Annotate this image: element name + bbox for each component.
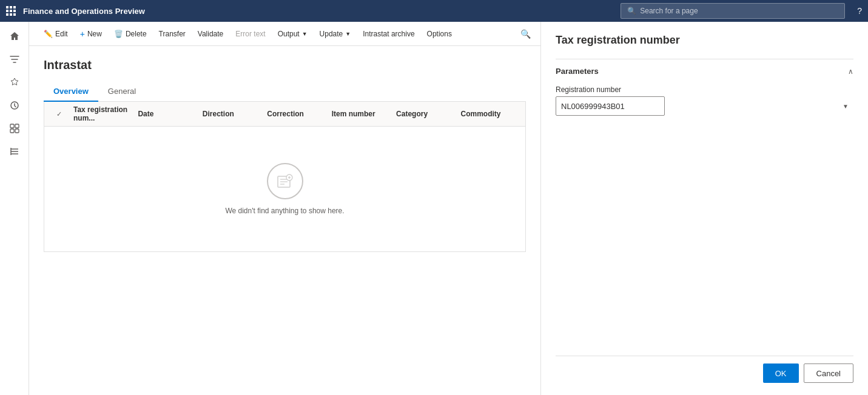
top-bar: Finance and Operations Preview 🔍 Search … [0,0,868,22]
recent-icon[interactable] [5,96,24,115]
table-header: ✓ Tax registration num... Date Direction… [44,102,525,127]
parameters-header: Parameters ∧ [556,67,853,76]
app-title: Finance and Operations Preview [23,7,613,16]
tabs: Overview General [44,82,526,102]
registration-number-field: Registration number NL006999943B01 ▼ [556,85,853,116]
col-direction: Direction [198,110,262,118]
empty-icon [267,163,303,199]
app-menu-icon[interactable] [6,6,16,16]
main-layout: ✏️ Edit + New 🗑️ Delete Transfer Validat… [0,22,868,395]
registration-number-select-wrapper: NL006999943B01 ▼ [556,96,853,116]
delete-button[interactable]: 🗑️ Delete [109,27,152,41]
data-table: ✓ Tax registration num... Date Direction… [44,102,526,252]
cancel-button[interactable]: Cancel [804,363,853,383]
home-icon[interactable] [5,27,24,46]
intrastat-archive-button[interactable]: Intrastat archive [358,27,419,41]
global-search[interactable]: 🔍 Search for a page [621,3,845,19]
panel-title: Tax registration number [556,34,853,47]
empty-message: We didn't find anything to show here. [225,207,344,215]
content-area: ✏️ Edit + New 🗑️ Delete Transfer Validat… [29,22,540,395]
output-chevron-icon: ▼ [302,31,308,37]
output-button[interactable]: Output ▼ [273,27,312,41]
delete-icon: 🗑️ [114,30,123,38]
registration-number-select[interactable]: NL006999943B01 [556,96,665,116]
select-all-check[interactable]: ✓ [49,110,69,118]
parameters-title: Parameters [556,67,599,76]
col-date: Date [133,110,197,118]
toolbar: ✏️ Edit + New 🗑️ Delete Transfer Validat… [29,22,540,46]
edit-button[interactable]: ✏️ Edit [39,27,73,41]
sidebar [0,22,29,395]
col-commodity: Commodity [456,110,520,118]
modules-icon[interactable] [5,142,24,161]
registration-number-label: Registration number [556,85,853,94]
panel-footer: OK Cancel [556,356,853,383]
col-item-number: Item number [327,110,391,118]
new-button[interactable]: + New [75,27,107,41]
tab-general[interactable]: General [98,82,146,102]
page-title: Intrastat [44,58,526,72]
update-chevron-icon: ▼ [345,31,351,37]
top-bar-right: ? [857,6,862,16]
help-icon[interactable]: ? [857,6,862,16]
parameters-section: Parameters ∧ Registration number NL00699… [556,59,853,123]
right-panel: Tax registration number Parameters ∧ Reg… [540,22,868,395]
check-icon: ✓ [56,110,62,118]
select-chevron-icon: ▼ [843,103,849,110]
col-correction: Correction [262,110,326,118]
search-icon: 🔍 [627,7,636,15]
search-placeholder: Search for a page [640,7,698,15]
favorites-icon[interactable] [5,73,24,92]
svg-rect-2 [15,124,19,128]
validate-button[interactable]: Validate [193,27,228,41]
update-button[interactable]: Update ▼ [315,27,356,41]
options-button[interactable]: Options [422,27,457,41]
transfer-button[interactable]: Transfer [154,27,190,41]
page-content: Intrastat Overview General ✓ Tax registr… [29,46,540,395]
new-icon: + [80,29,85,39]
toolbar-search-icon[interactable]: 🔍 [520,29,531,39]
filter-icon[interactable] [5,50,24,69]
parameters-chevron-icon[interactable]: ∧ [848,67,853,76]
col-category: Category [391,110,456,118]
edit-icon: ✏️ [44,30,53,38]
empty-state: We didn't find anything to show here. [44,127,525,251]
svg-rect-3 [10,129,14,133]
svg-rect-4 [15,129,19,133]
workspaces-icon[interactable] [5,119,24,138]
error-text-button[interactable]: Error text [230,27,270,41]
ok-button[interactable]: OK [763,363,799,383]
tab-overview[interactable]: Overview [44,82,98,102]
svg-rect-1 [10,124,14,128]
col-tax-reg: Tax registration num... [69,105,133,122]
